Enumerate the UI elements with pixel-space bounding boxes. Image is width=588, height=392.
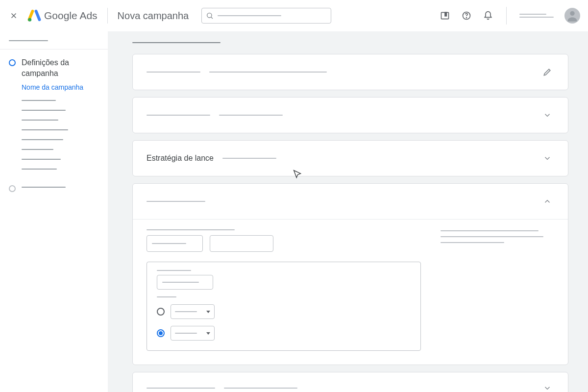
chevron-down-icon <box>206 311 210 313</box>
google-ads-logo-icon <box>27 9 41 23</box>
app-header: Google Ads Nova campanha <box>0 0 588 31</box>
substep-item[interactable] <box>22 120 108 121</box>
step-bullet-inactive-icon <box>9 185 16 192</box>
reports-icon[interactable] <box>440 10 450 21</box>
substep-item[interactable] <box>22 100 108 101</box>
header-divider <box>107 8 108 24</box>
substep-item[interactable] <box>22 139 108 140</box>
card-value-line <box>209 72 327 73</box>
amount-input[interactable] <box>147 235 203 252</box>
substep-item[interactable] <box>22 169 108 170</box>
substep-item[interactable] <box>22 149 108 150</box>
option-2-dropdown[interactable] <box>171 326 215 341</box>
search-icon <box>206 12 214 20</box>
substep-item[interactable] <box>22 129 108 130</box>
search-placeholder-line <box>218 15 281 16</box>
svg-point-6 <box>570 11 574 16</box>
account-meta <box>519 14 554 18</box>
edit-icon[interactable] <box>540 65 554 79</box>
help-icon[interactable] <box>461 10 472 21</box>
user-avatar[interactable] <box>564 8 580 24</box>
settings-card-collapsed[interactable] <box>132 372 568 392</box>
bid-strategy-title: Estratégia de lance <box>147 154 214 163</box>
radio-checked-icon <box>157 329 165 337</box>
campaign-name-card <box>132 54 568 90</box>
settings-card-collapsed[interactable] <box>132 97 568 133</box>
chevron-down-icon <box>540 381 554 392</box>
step-bullet-active-icon <box>9 59 16 66</box>
svg-point-0 <box>28 18 31 22</box>
wizard-step-1[interactable]: Definições da campanha <box>0 57 108 78</box>
bid-strategy-card[interactable]: Estratégia de lance <box>132 140 568 176</box>
field-label <box>147 229 421 230</box>
product-name: Google Ads <box>44 10 98 22</box>
chevron-down-icon <box>540 108 554 122</box>
svg-point-5 <box>466 18 467 18</box>
sidebar-heading-line <box>9 40 48 41</box>
chevron-down-icon <box>540 151 554 165</box>
wizard-sidebar: Definições da campanha Nome da campanha <box>0 31 108 392</box>
budget-card-expanded <box>132 183 568 365</box>
wizard-step-2[interactable] <box>0 183 108 192</box>
option-1-dropdown[interactable] <box>171 304 215 319</box>
product-logo: Google Ads <box>27 9 98 23</box>
notifications-icon[interactable] <box>483 10 493 21</box>
page-title-placeholder <box>132 42 568 43</box>
breadcrumb: Nova campanha <box>118 10 189 22</box>
help-panel <box>441 229 554 351</box>
chevron-up-icon[interactable] <box>540 195 554 208</box>
search-input[interactable] <box>201 8 331 24</box>
svg-rect-3 <box>445 12 446 16</box>
substep-item[interactable] <box>22 159 108 160</box>
schedule-option-1[interactable] <box>157 304 411 319</box>
card-title-line <box>147 72 200 73</box>
header-divider-2 <box>506 7 507 24</box>
close-icon[interactable] <box>8 10 20 22</box>
substep-item[interactable] <box>22 110 108 111</box>
wizard-step-1-title: Definições da campanha <box>22 57 99 78</box>
radio-unchecked-icon <box>157 308 165 316</box>
main-content: Estratégia de lance <box>108 31 588 392</box>
chevron-down-icon <box>206 332 210 335</box>
svg-point-1 <box>207 13 212 18</box>
schedule-box <box>147 262 421 351</box>
schedule-option-2[interactable] <box>157 326 411 341</box>
substep-nome-da-campanha[interactable]: Nome da campanha <box>22 83 108 91</box>
date-input[interactable] <box>157 275 213 290</box>
header-actions <box>440 7 580 24</box>
secondary-input[interactable] <box>210 235 273 252</box>
